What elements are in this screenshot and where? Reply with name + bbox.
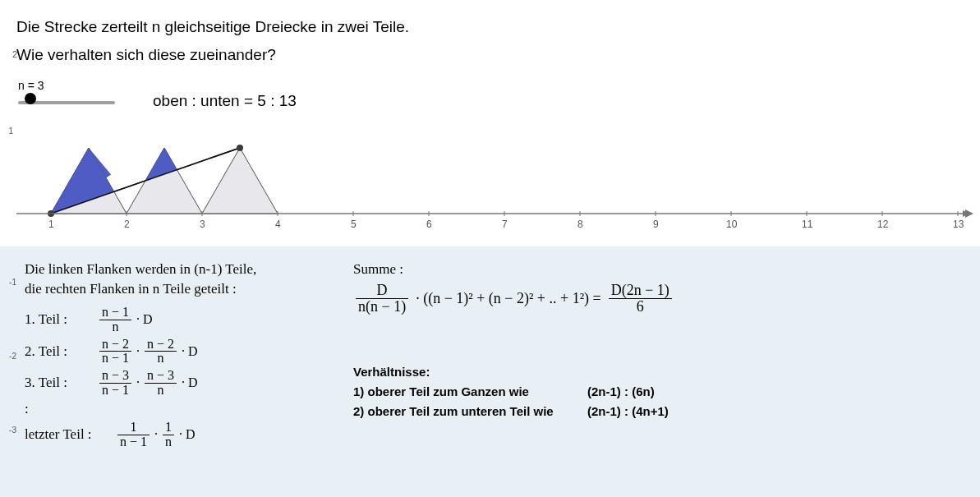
- part2-row: 2. Teil : n − 2 n − 1 · n − 2 n · D: [25, 338, 353, 366]
- xaxis-tick-6: 6: [426, 219, 432, 230]
- ratios-title: Verhältnisse:: [353, 362, 945, 382]
- ratios-block: Verhältnisse: 1) oberer Teil zum Ganzen …: [353, 362, 945, 421]
- xaxis-tick-10: 10: [726, 219, 737, 230]
- xaxis-tick-3: 3: [200, 219, 205, 230]
- ratio2-a: 2) oberer Teil zum unteren Teil wie: [353, 402, 587, 421]
- left-math-block: Die linken Flanken werden in (n-1) Teile…: [25, 261, 353, 452]
- part2-label: 2. Teil :: [25, 343, 89, 360]
- yaxis-tick-neg1: -1: [0, 278, 16, 287]
- left-line2: die rechten Flanken in n Teile geteilt :: [25, 281, 353, 297]
- part1-frac: n − 1 n: [99, 306, 131, 334]
- part3-row: 3. Teil : n − 3 n − 1 · n − 3 n · D: [25, 369, 353, 398]
- part3-f1-num: n − 3: [99, 369, 131, 384]
- svg-point-32: [237, 145, 243, 151]
- part3-f1-den: n − 1: [99, 384, 131, 398]
- last-f2-den: n: [163, 435, 174, 449]
- part1-label: 1. Teil :: [25, 311, 89, 328]
- xaxis-tick-9: 9: [653, 219, 659, 230]
- sum-rhs-den: 6: [609, 299, 672, 315]
- ratio2-b: (2n-1) : (4n+1): [587, 402, 669, 421]
- ratio1-a: 1) oberer Teil zum Ganzen wie: [353, 382, 563, 402]
- figure-final: [0, 0, 980, 255]
- xaxis-tick-8: 8: [577, 219, 583, 230]
- part3-f2-num: n − 3: [145, 369, 177, 384]
- sum-lhs-num: D: [356, 283, 408, 299]
- xaxis-tick-13: 13: [953, 219, 964, 230]
- xaxis-tick-5: 5: [351, 219, 357, 230]
- xaxis-tick-7: 7: [502, 219, 508, 230]
- part2-f2-den: n: [145, 352, 177, 366]
- part1-den: n: [99, 320, 131, 334]
- sum-label: Summe :: [353, 261, 945, 278]
- right-math-block: Summe : D n(n − 1) · ((n − 1)² + (n − 2)…: [353, 261, 945, 421]
- left-line1: Die linken Flanken werden in (n-1) Teile…: [25, 261, 353, 278]
- last-label: letzter Teil :: [25, 426, 107, 443]
- sum-expression: D n(n − 1) · ((n − 1)² + (n − 2)² + .. +…: [353, 283, 945, 315]
- yaxis-tick-neg2: -2: [0, 352, 16, 361]
- sum-rhs-num: D(2n − 1): [609, 283, 672, 299]
- part2-frac2: n − 2 n: [145, 338, 177, 366]
- part2-tail: · D: [182, 344, 198, 359]
- part3-label: 3. Teil :: [25, 375, 89, 391]
- xaxis-tick-1: 1: [48, 219, 54, 230]
- last-frac2: 1 n: [163, 421, 174, 449]
- xaxis-tick-4: 4: [275, 219, 281, 230]
- last-f2-num: 1: [163, 421, 174, 435]
- part1-tail: · D: [136, 312, 153, 327]
- sum-mid: · ((n − 1)² + (n − 2)² + .. + 1²) =: [416, 290, 601, 307]
- yaxis-tick-neg3: -3: [0, 426, 16, 435]
- part2-frac1: n − 2 n − 1: [99, 338, 131, 366]
- explanation-panel: -1 -2 -3 Die linken Flanken werden in (n…: [0, 246, 980, 497]
- last-row: letzter Teil : 1 n − 1 · 1 n · D: [25, 421, 353, 449]
- ratio1-b: (2n-1) : (6n): [587, 382, 655, 402]
- last-f1-den: n − 1: [117, 435, 150, 449]
- part3-f2-den: n: [145, 384, 177, 398]
- part2-f1-den: n − 1: [99, 352, 131, 366]
- dots: :: [25, 401, 89, 417]
- last-f1-num: 1: [117, 421, 150, 435]
- dots-row: :: [25, 401, 353, 417]
- part3-frac2: n − 3 n: [145, 369, 177, 398]
- xaxis-tick-11: 11: [802, 219, 812, 230]
- svg-marker-34: [965, 209, 973, 218]
- sum-lhs-den: n(n − 1): [356, 299, 408, 315]
- part3-tail: · D: [182, 375, 198, 390]
- last-frac1: 1 n − 1: [117, 421, 150, 449]
- part2-f2-num: n − 2: [145, 338, 177, 352]
- part1-num: n − 1: [99, 306, 131, 320]
- part2-f1-num: n − 2: [99, 338, 131, 352]
- xaxis-tick-12: 12: [877, 219, 888, 230]
- part1-row: 1. Teil : n − 1 n · D: [25, 306, 353, 334]
- xaxis-tick-2: 2: [124, 219, 130, 230]
- part3-frac1: n − 3 n − 1: [99, 369, 131, 398]
- last-tail: · D: [179, 427, 196, 442]
